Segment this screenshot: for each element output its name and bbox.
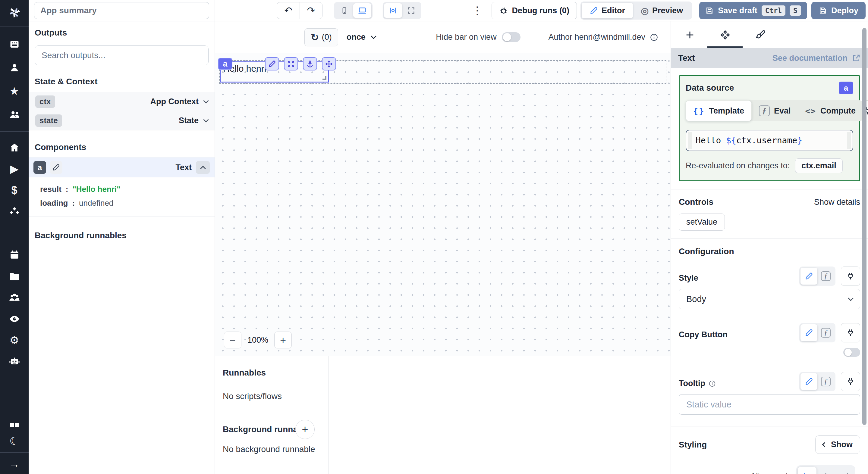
canvas-grid[interactable]: Hello henri a − 100% bbox=[215, 53, 671, 356]
connect-input-button[interactable] bbox=[841, 267, 860, 286]
see-documentation-link[interactable]: See documentation bbox=[772, 54, 861, 63]
sidebar-item-audit-logs[interactable] bbox=[0, 308, 29, 330]
sidebar-item-apps[interactable] bbox=[0, 33, 29, 56]
output-row-loading[interactable]: loading : undefined bbox=[40, 196, 215, 210]
sidebar-item-runs[interactable]: ▶ bbox=[0, 158, 29, 179]
refresh-mode-dropdown[interactable]: once bbox=[347, 33, 375, 42]
centered-layout-button[interactable] bbox=[384, 3, 402, 18]
sidebar-item-user[interactable] bbox=[0, 56, 29, 79]
show-styling-button[interactable]: Show bbox=[815, 435, 860, 454]
static-value-button[interactable] bbox=[801, 268, 817, 284]
app-summary-input[interactable] bbox=[34, 2, 209, 19]
toggle-dark-mode[interactable]: ☾ bbox=[0, 433, 29, 449]
info-icon[interactable] bbox=[708, 380, 716, 387]
align-left-button[interactable] bbox=[798, 467, 816, 474]
collapse-outputs-button[interactable] bbox=[196, 161, 210, 174]
canvas-toolbar: ↻ (0) once Hide bar on view Author henri… bbox=[215, 22, 671, 53]
debug-runs-button[interactable]: Debug runs (0) bbox=[492, 2, 577, 19]
laptop-icon bbox=[358, 6, 367, 15]
align-center-horizontal-button[interactable] bbox=[816, 467, 835, 474]
anchor-component-button[interactable] bbox=[303, 57, 317, 70]
context-row-ctx[interactable]: ctx App Context bbox=[29, 92, 215, 111]
mobile-view-button[interactable] bbox=[335, 3, 353, 18]
static-value-button[interactable] bbox=[801, 373, 817, 390]
connect-input-button[interactable] bbox=[841, 372, 860, 391]
preview-tab[interactable]: ◎ Preview bbox=[633, 3, 691, 19]
move-component-button[interactable] bbox=[322, 57, 336, 70]
anchor-icon bbox=[306, 60, 314, 68]
component-list-item[interactable]: a Text bbox=[29, 158, 215, 177]
sidebar-item-folders[interactable] bbox=[0, 265, 29, 287]
mode-compute-tab[interactable]: <> Compute bbox=[798, 100, 863, 121]
show-details-link[interactable]: Show details bbox=[814, 198, 860, 207]
zoom-in-button[interactable]: + bbox=[274, 332, 292, 348]
refresh-icon: ↻ bbox=[311, 32, 319, 43]
deploy-button[interactable]: Deploy bbox=[811, 2, 866, 19]
edit-component-button[interactable] bbox=[265, 57, 279, 70]
zoom-out-button[interactable]: − bbox=[224, 332, 241, 348]
chevron-down-icon[interactable] bbox=[203, 117, 209, 122]
style-select[interactable]: Body bbox=[679, 289, 860, 309]
background-runnables-title: Background runnables bbox=[29, 231, 215, 240]
sidebar-item-resources[interactable] bbox=[0, 201, 29, 222]
state-context-title: State & Context bbox=[29, 77, 215, 87]
sidebar-item-schedules[interactable] bbox=[0, 244, 29, 265]
mode-eval-tab[interactable]: ƒ Eval bbox=[752, 100, 798, 121]
sidebar-item-favorites[interactable]: ★ bbox=[0, 79, 29, 103]
tab-insert-component[interactable] bbox=[672, 22, 707, 48]
info-icon[interactable] bbox=[650, 33, 658, 42]
undo-button[interactable]: ↶ bbox=[277, 2, 300, 19]
sidebar-item-workers[interactable] bbox=[0, 351, 29, 372]
chevron-down-icon[interactable] bbox=[203, 98, 209, 103]
mode-template-tab[interactable]: {} Template bbox=[686, 100, 752, 121]
connect-input-button[interactable] bbox=[841, 323, 860, 342]
gear-icon: ⚙ bbox=[9, 334, 19, 347]
expand-component-button[interactable] bbox=[284, 57, 298, 70]
tooltip-value-input[interactable] bbox=[679, 394, 860, 415]
hide-bar-toggle[interactable] bbox=[502, 32, 521, 42]
eval-value-button[interactable]: ƒ bbox=[817, 268, 834, 284]
template-code-input[interactable]: Hello ${ctx.username} bbox=[686, 130, 853, 151]
align-right-button[interactable] bbox=[835, 467, 854, 474]
copy-button-toggle[interactable] bbox=[843, 348, 860, 357]
eval-value-button[interactable]: ƒ bbox=[817, 324, 834, 341]
resize-handle[interactable] bbox=[322, 76, 327, 80]
desktop-view-button[interactable] bbox=[353, 3, 371, 18]
right-panel-scrollbar[interactable] bbox=[862, 28, 867, 425]
style-selected-value: Body bbox=[686, 294, 706, 304]
style-input-kind-toggle: ƒ bbox=[799, 267, 835, 286]
sidebar-item-users[interactable] bbox=[0, 103, 29, 127]
sidebar-item-settings[interactable]: ⚙ bbox=[0, 330, 29, 351]
static-value-button[interactable] bbox=[801, 324, 817, 341]
preview-icon: ◎ bbox=[641, 5, 649, 16]
context-row-state[interactable]: state State bbox=[29, 111, 215, 130]
sidebar-item-panels[interactable] bbox=[0, 417, 29, 433]
collapse-sidebar-button[interactable]: → bbox=[0, 456, 29, 472]
runnables-panel: Runnables No scripts/flows Background ru… bbox=[215, 356, 671, 474]
sidebar-item-home[interactable] bbox=[0, 137, 29, 158]
eval-value-button[interactable]: ƒ bbox=[817, 373, 834, 390]
search-outputs-input[interactable] bbox=[35, 45, 209, 65]
output-row-result[interactable]: result : "Hello henri" bbox=[40, 182, 215, 196]
more-options-button[interactable]: ⋮ bbox=[472, 4, 482, 17]
sidebar-item-variables[interactable]: $ bbox=[0, 179, 29, 201]
tab-component-settings[interactable] bbox=[707, 22, 743, 48]
editor-tab[interactable]: Editor bbox=[582, 3, 633, 19]
component-id-tag[interactable]: a bbox=[218, 58, 232, 70]
rename-component-button[interactable] bbox=[50, 161, 62, 174]
component-type-title: Text bbox=[678, 53, 695, 63]
tab-global-styling[interactable] bbox=[743, 22, 778, 48]
redo-button[interactable]: ↷ bbox=[300, 2, 322, 19]
fullscreen-button[interactable] bbox=[402, 3, 420, 18]
save-draft-button[interactable]: Save draft Ctrl S bbox=[699, 2, 807, 19]
robot-icon bbox=[9, 356, 20, 367]
user-icon bbox=[9, 62, 20, 73]
setvalue-control-button[interactable]: setValue bbox=[679, 213, 725, 231]
add-background-runnable-button[interactable]: + bbox=[296, 420, 315, 439]
copy-input-kind-toggle: ƒ bbox=[799, 323, 835, 342]
pencil-icon bbox=[805, 329, 813, 337]
reeval-dependency-badge[interactable]: ctx.email bbox=[795, 159, 843, 173]
windmill-logo[interactable] bbox=[0, 0, 29, 27]
refresh-runnables-button[interactable]: ↻ (0) bbox=[304, 28, 338, 46]
sidebar-item-groups[interactable] bbox=[0, 287, 29, 308]
